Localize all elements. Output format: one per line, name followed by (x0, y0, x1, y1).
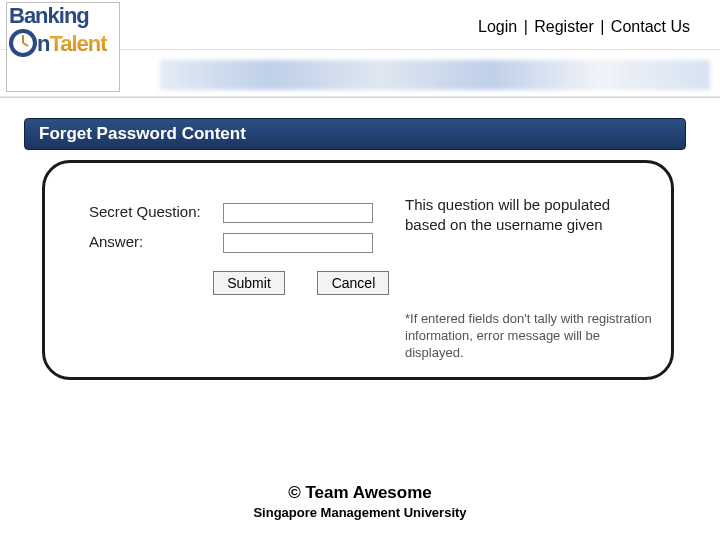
login-link[interactable]: Login (478, 18, 517, 35)
clock-icon (9, 29, 37, 57)
brand-logo: Banking nTalent (6, 2, 120, 92)
footer-org: Singapore Management University (0, 505, 720, 520)
panel-title: Forget Password Content (24, 118, 686, 150)
button-row: Submit Cancel (213, 271, 417, 295)
footer-copyright: © Team Awesome (0, 483, 720, 503)
secret-question-label: Secret Question: (89, 203, 219, 220)
separator: | (517, 18, 534, 35)
cancel-button[interactable]: Cancel (317, 271, 389, 295)
answer-input[interactable] (223, 233, 373, 253)
panel-body: Secret Question: Answer: Submit Cancel T… (42, 160, 674, 380)
register-link[interactable]: Register (534, 18, 594, 35)
logo-n: n (37, 31, 49, 56)
logo-word1: Banking (9, 5, 117, 27)
secret-question-input[interactable] (223, 203, 373, 223)
divider (0, 96, 720, 98)
nav-placeholder (160, 60, 710, 90)
top-links: Login | Register | Contact Us (478, 18, 690, 36)
footer: © Team Awesome Singapore Management Univ… (0, 483, 720, 520)
logo-talent: Talent (49, 31, 106, 56)
submit-button[interactable]: Submit (213, 271, 285, 295)
contact-link[interactable]: Contact Us (611, 18, 690, 35)
separator: | (594, 18, 611, 35)
secret-question-row: Secret Question: (89, 203, 373, 223)
error-note: *If entered fields don't tally with regi… (405, 311, 655, 362)
populate-note: This question will be populated based on… (405, 195, 635, 234)
answer-label: Answer: (89, 233, 219, 250)
answer-row: Answer: (89, 233, 373, 253)
